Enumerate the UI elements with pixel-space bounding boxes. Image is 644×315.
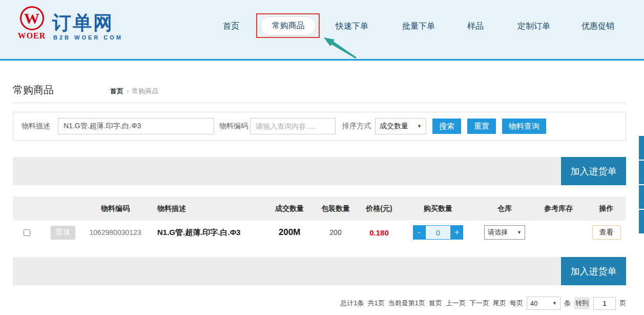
chevron-down-icon: ▼ — [417, 124, 422, 129]
header-price: 价格(元) — [361, 204, 397, 213]
pagination-total: 总计1条 — [340, 299, 364, 308]
qty-decrease-button[interactable]: - — [413, 225, 425, 240]
qty-increase-button[interactable]: + — [451, 225, 463, 240]
reset-button[interactable]: 重置 — [467, 119, 496, 134]
header-ref-stock: 参考库存 — [530, 204, 587, 213]
header-pack-qty: 包装数量 — [310, 204, 361, 213]
material-desc-cell: N1.G管.超薄.印字.白.Φ3 — [146, 228, 269, 238]
breadcrumb-home-link[interactable]: 首页 — [110, 87, 123, 95]
material-desc-input[interactable] — [58, 118, 214, 134]
header-warehouse: 仓库 — [479, 204, 530, 213]
material-desc-label: 物料描述 — [22, 122, 50, 131]
pagination-last-link[interactable]: 尾页 — [493, 299, 506, 308]
logo-letter: W — [24, 11, 39, 26]
material-code-label: 物料编码 — [219, 122, 248, 131]
title-row: 常购商品 首页›常购商品 — [13, 83, 626, 103]
warehouse-select-value: 请选择 — [488, 228, 508, 237]
nav-item-promotions[interactable]: 优惠促销 — [581, 21, 614, 32]
sort-label: 排序方式 — [342, 122, 371, 131]
site-tagline: B2B WOER COM — [53, 34, 123, 41]
pack-qty-cell: 200 — [310, 228, 361, 237]
qty-input[interactable] — [425, 225, 451, 240]
site-name: 订单网 — [52, 10, 114, 36]
warehouse-select[interactable]: 请选择 ▼ — [484, 225, 525, 240]
pagination-prev-link[interactable]: 上一页 — [446, 299, 466, 308]
pagination-current: 当前是第1页 — [388, 299, 425, 308]
breadcrumb: 首页›常购商品 — [110, 87, 158, 97]
nav-item-quick-order[interactable]: 快速下单 — [336, 21, 368, 32]
header-buy-qty: 购买数量 — [397, 204, 479, 213]
chevron-down-icon: ▼ — [517, 230, 522, 235]
pagination-next-link[interactable]: 下一页 — [469, 299, 489, 308]
side-float-tab[interactable] — [639, 185, 644, 209]
goto-page-input[interactable] — [593, 297, 616, 310]
nav-item-home[interactable]: 首页 — [223, 21, 239, 32]
material-code-input[interactable] — [250, 118, 336, 134]
bottom-action-bar: 加入进货单 — [13, 257, 626, 285]
header-deal-qty: 成交数量 — [269, 204, 310, 213]
pagination: 总计1条 共1页 当前是第1页 首页 上一页 下一页 尾页 每页 40 ▼ 条 … — [13, 297, 626, 310]
per-page-unit: 条 — [564, 299, 571, 308]
filter-bar: 物料描述 物料编码 排序方式 成交数量 ▼ 搜索 重置 物料查询 — [13, 112, 626, 141]
view-button[interactable]: 查看 — [592, 225, 621, 240]
actions-cell: 查看 — [587, 225, 626, 240]
goto-label: 转到 — [574, 297, 590, 309]
action-bar-fill — [13, 157, 561, 185]
header: W WOER 订单网 B2B WOER COM 首页 常购商品 快速下单 批量下… — [0, 0, 644, 61]
per-page-label: 每页 — [510, 299, 523, 308]
logo-name: WOER — [14, 31, 50, 41]
per-page-select[interactable]: 40 ▼ — [527, 297, 560, 310]
row-checkbox-cell — [13, 229, 41, 236]
page: W WOER 订单网 B2B WOER COM 首页 常购商品 快速下单 批量下… — [0, 0, 644, 315]
material-code-cell: 1062980030123 — [85, 228, 146, 237]
main-content: 常购商品 首页›常购商品 物料描述 物料编码 排序方式 成交数量 ▼ 搜索 重置… — [0, 83, 644, 310]
action-bar-fill — [13, 257, 561, 285]
top-action-bar: 加入进货单 — [13, 157, 626, 185]
pin-cell: 置顶 — [41, 226, 85, 240]
nav-item-frequent-products[interactable]: 常购商品 — [260, 16, 316, 35]
buy-qty-cell: - + — [397, 225, 479, 240]
goto-page-unit: 页 — [619, 299, 626, 308]
nav-item-custom-order[interactable]: 定制订单 — [517, 21, 550, 32]
pin-top-button[interactable]: 置顶 — [51, 226, 75, 240]
quantity-stepper: - + — [413, 225, 463, 240]
brand-logo[interactable]: W WOER — [14, 6, 50, 41]
header-actions: 操作 — [587, 204, 626, 213]
row-checkbox[interactable] — [24, 229, 30, 236]
deal-qty-cell: 200M — [269, 227, 310, 238]
add-to-cart-button-top[interactable]: 加入进货单 — [561, 157, 626, 185]
search-button[interactable]: 搜索 — [432, 119, 461, 134]
sort-select[interactable]: 成交数量 ▼ — [375, 118, 426, 134]
header-material-desc: 物料描述 — [146, 204, 269, 213]
breadcrumb-current: 常购商品 — [132, 87, 158, 95]
warehouse-cell: 请选择 ▼ — [479, 225, 530, 240]
page-title: 常购商品 — [13, 83, 54, 97]
sort-select-value: 成交数量 — [380, 122, 408, 131]
table-row: 置顶 1062980030123 N1.G管.超薄.印字.白.Φ3 200M 2… — [13, 221, 626, 244]
per-page-value: 40 — [530, 300, 537, 307]
side-float-widget — [639, 136, 644, 233]
nav-item-bulk-order[interactable]: 批量下单 — [402, 21, 435, 32]
breadcrumb-separator: › — [127, 87, 129, 95]
pagination-pages: 共1页 — [368, 299, 385, 308]
table-header: 物料编码 物料描述 成交数量 包装数量 价格(元) 购买数量 仓库 参考库存 操… — [13, 196, 626, 221]
add-to-cart-button-bottom[interactable]: 加入进货单 — [561, 257, 626, 285]
woer-logo-icon: W — [20, 6, 44, 30]
pagination-first-link[interactable]: 首页 — [429, 299, 442, 308]
side-float-tab[interactable] — [639, 210, 644, 233]
header-material-code: 物料编码 — [85, 204, 146, 213]
side-float-tab[interactable] — [639, 136, 644, 160]
chevron-down-icon: ▼ — [552, 301, 557, 306]
material-lookup-button[interactable]: 物料查询 — [502, 119, 546, 134]
price-cell: 0.180 — [361, 228, 397, 237]
nav-item-samples[interactable]: 样品 — [467, 21, 484, 32]
side-float-tab[interactable] — [639, 161, 644, 184]
